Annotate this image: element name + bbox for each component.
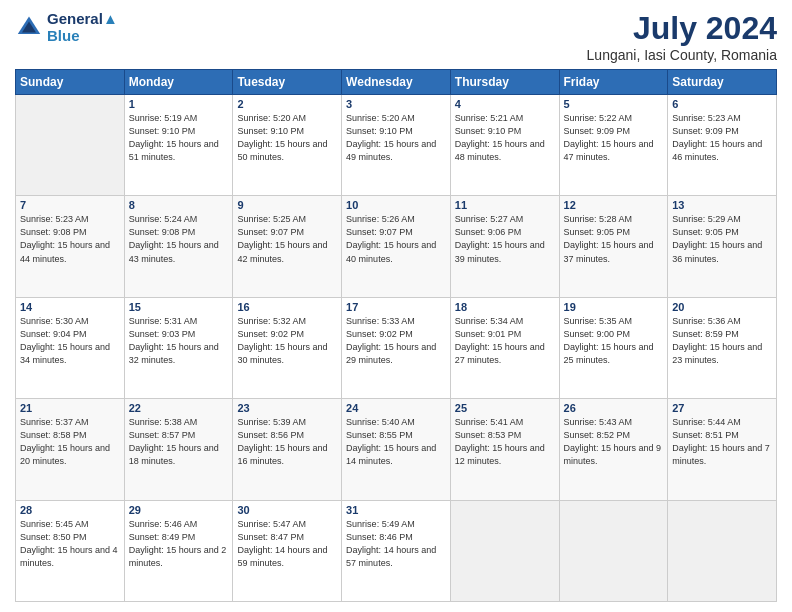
calendar-cell: 10Sunrise: 5:26 AMSunset: 9:07 PMDayligh… (342, 196, 451, 297)
day-number: 19 (564, 301, 664, 313)
logo: General▲ Blue (15, 10, 118, 44)
cell-info: Sunrise: 5:20 AMSunset: 9:10 PMDaylight:… (346, 112, 446, 164)
calendar-cell: 27Sunrise: 5:44 AMSunset: 8:51 PMDayligh… (668, 399, 777, 500)
calendar-cell: 19Sunrise: 5:35 AMSunset: 9:00 PMDayligh… (559, 297, 668, 398)
cell-info: Sunrise: 5:45 AMSunset: 8:50 PMDaylight:… (20, 518, 120, 570)
logo-text: General▲ Blue (47, 10, 118, 44)
cell-info: Sunrise: 5:47 AMSunset: 8:47 PMDaylight:… (237, 518, 337, 570)
calendar-cell: 18Sunrise: 5:34 AMSunset: 9:01 PMDayligh… (450, 297, 559, 398)
month-title: July 2024 (587, 10, 777, 47)
cell-info: Sunrise: 5:34 AMSunset: 9:01 PMDaylight:… (455, 315, 555, 367)
day-number: 23 (237, 402, 337, 414)
calendar-cell: 1Sunrise: 5:19 AMSunset: 9:10 PMDaylight… (124, 95, 233, 196)
cell-info: Sunrise: 5:36 AMSunset: 8:59 PMDaylight:… (672, 315, 772, 367)
calendar-table: SundayMondayTuesdayWednesdayThursdayFrid… (15, 69, 777, 602)
calendar-cell: 22Sunrise: 5:38 AMSunset: 8:57 PMDayligh… (124, 399, 233, 500)
cell-info: Sunrise: 5:30 AMSunset: 9:04 PMDaylight:… (20, 315, 120, 367)
cell-info: Sunrise: 5:23 AMSunset: 9:09 PMDaylight:… (672, 112, 772, 164)
day-number: 8 (129, 199, 229, 211)
col-header-saturday: Saturday (668, 70, 777, 95)
calendar-cell: 9Sunrise: 5:25 AMSunset: 9:07 PMDaylight… (233, 196, 342, 297)
day-number: 29 (129, 504, 229, 516)
day-number: 25 (455, 402, 555, 414)
calendar-cell: 20Sunrise: 5:36 AMSunset: 8:59 PMDayligh… (668, 297, 777, 398)
day-number: 15 (129, 301, 229, 313)
cell-info: Sunrise: 5:35 AMSunset: 9:00 PMDaylight:… (564, 315, 664, 367)
calendar-cell: 7Sunrise: 5:23 AMSunset: 9:08 PMDaylight… (16, 196, 125, 297)
col-header-thursday: Thursday (450, 70, 559, 95)
day-number: 20 (672, 301, 772, 313)
day-number: 24 (346, 402, 446, 414)
col-header-wednesday: Wednesday (342, 70, 451, 95)
calendar-cell: 6Sunrise: 5:23 AMSunset: 9:09 PMDaylight… (668, 95, 777, 196)
calendar-cell: 8Sunrise: 5:24 AMSunset: 9:08 PMDaylight… (124, 196, 233, 297)
week-row-3: 14Sunrise: 5:30 AMSunset: 9:04 PMDayligh… (16, 297, 777, 398)
day-number: 18 (455, 301, 555, 313)
col-header-monday: Monday (124, 70, 233, 95)
page: General▲ Blue July 2024 Lungani, Iasi Co… (0, 0, 792, 612)
calendar-cell (450, 500, 559, 601)
week-row-5: 28Sunrise: 5:45 AMSunset: 8:50 PMDayligh… (16, 500, 777, 601)
calendar-cell: 14Sunrise: 5:30 AMSunset: 9:04 PMDayligh… (16, 297, 125, 398)
col-header-sunday: Sunday (16, 70, 125, 95)
cell-info: Sunrise: 5:21 AMSunset: 9:10 PMDaylight:… (455, 112, 555, 164)
calendar-cell: 31Sunrise: 5:49 AMSunset: 8:46 PMDayligh… (342, 500, 451, 601)
day-number: 17 (346, 301, 446, 313)
day-number: 7 (20, 199, 120, 211)
calendar-cell: 23Sunrise: 5:39 AMSunset: 8:56 PMDayligh… (233, 399, 342, 500)
day-number: 4 (455, 98, 555, 110)
day-number: 13 (672, 199, 772, 211)
week-row-4: 21Sunrise: 5:37 AMSunset: 8:58 PMDayligh… (16, 399, 777, 500)
calendar-cell: 2Sunrise: 5:20 AMSunset: 9:10 PMDaylight… (233, 95, 342, 196)
calendar-cell (668, 500, 777, 601)
calendar-cell: 21Sunrise: 5:37 AMSunset: 8:58 PMDayligh… (16, 399, 125, 500)
col-header-friday: Friday (559, 70, 668, 95)
cell-info: Sunrise: 5:38 AMSunset: 8:57 PMDaylight:… (129, 416, 229, 468)
cell-info: Sunrise: 5:43 AMSunset: 8:52 PMDaylight:… (564, 416, 664, 468)
cell-info: Sunrise: 5:29 AMSunset: 9:05 PMDaylight:… (672, 213, 772, 265)
cell-info: Sunrise: 5:27 AMSunset: 9:06 PMDaylight:… (455, 213, 555, 265)
day-number: 28 (20, 504, 120, 516)
day-number: 12 (564, 199, 664, 211)
calendar-cell: 5Sunrise: 5:22 AMSunset: 9:09 PMDaylight… (559, 95, 668, 196)
day-number: 21 (20, 402, 120, 414)
day-number: 6 (672, 98, 772, 110)
calendar-cell: 24Sunrise: 5:40 AMSunset: 8:55 PMDayligh… (342, 399, 451, 500)
day-number: 27 (672, 402, 772, 414)
week-row-1: 1Sunrise: 5:19 AMSunset: 9:10 PMDaylight… (16, 95, 777, 196)
calendar-cell: 25Sunrise: 5:41 AMSunset: 8:53 PMDayligh… (450, 399, 559, 500)
cell-info: Sunrise: 5:20 AMSunset: 9:10 PMDaylight:… (237, 112, 337, 164)
cell-info: Sunrise: 5:39 AMSunset: 8:56 PMDaylight:… (237, 416, 337, 468)
cell-info: Sunrise: 5:25 AMSunset: 9:07 PMDaylight:… (237, 213, 337, 265)
day-number: 10 (346, 199, 446, 211)
calendar-cell: 11Sunrise: 5:27 AMSunset: 9:06 PMDayligh… (450, 196, 559, 297)
day-number: 16 (237, 301, 337, 313)
cell-info: Sunrise: 5:32 AMSunset: 9:02 PMDaylight:… (237, 315, 337, 367)
cell-info: Sunrise: 5:23 AMSunset: 9:08 PMDaylight:… (20, 213, 120, 265)
calendar-cell: 15Sunrise: 5:31 AMSunset: 9:03 PMDayligh… (124, 297, 233, 398)
header-right: July 2024 Lungani, Iasi County, Romania (587, 10, 777, 63)
cell-info: Sunrise: 5:37 AMSunset: 8:58 PMDaylight:… (20, 416, 120, 468)
calendar-cell: 4Sunrise: 5:21 AMSunset: 9:10 PMDaylight… (450, 95, 559, 196)
day-number: 3 (346, 98, 446, 110)
cell-info: Sunrise: 5:46 AMSunset: 8:49 PMDaylight:… (129, 518, 229, 570)
cell-info: Sunrise: 5:44 AMSunset: 8:51 PMDaylight:… (672, 416, 772, 468)
col-header-tuesday: Tuesday (233, 70, 342, 95)
cell-info: Sunrise: 5:28 AMSunset: 9:05 PMDaylight:… (564, 213, 664, 265)
week-row-2: 7Sunrise: 5:23 AMSunset: 9:08 PMDaylight… (16, 196, 777, 297)
calendar-cell (16, 95, 125, 196)
day-number: 9 (237, 199, 337, 211)
calendar-cell: 30Sunrise: 5:47 AMSunset: 8:47 PMDayligh… (233, 500, 342, 601)
calendar-cell: 29Sunrise: 5:46 AMSunset: 8:49 PMDayligh… (124, 500, 233, 601)
calendar-cell: 16Sunrise: 5:32 AMSunset: 9:02 PMDayligh… (233, 297, 342, 398)
cell-info: Sunrise: 5:31 AMSunset: 9:03 PMDaylight:… (129, 315, 229, 367)
cell-info: Sunrise: 5:33 AMSunset: 9:02 PMDaylight:… (346, 315, 446, 367)
day-number: 31 (346, 504, 446, 516)
day-number: 30 (237, 504, 337, 516)
day-number: 1 (129, 98, 229, 110)
cell-info: Sunrise: 5:49 AMSunset: 8:46 PMDaylight:… (346, 518, 446, 570)
calendar-cell: 28Sunrise: 5:45 AMSunset: 8:50 PMDayligh… (16, 500, 125, 601)
day-number: 22 (129, 402, 229, 414)
calendar-cell: 26Sunrise: 5:43 AMSunset: 8:52 PMDayligh… (559, 399, 668, 500)
day-number: 5 (564, 98, 664, 110)
